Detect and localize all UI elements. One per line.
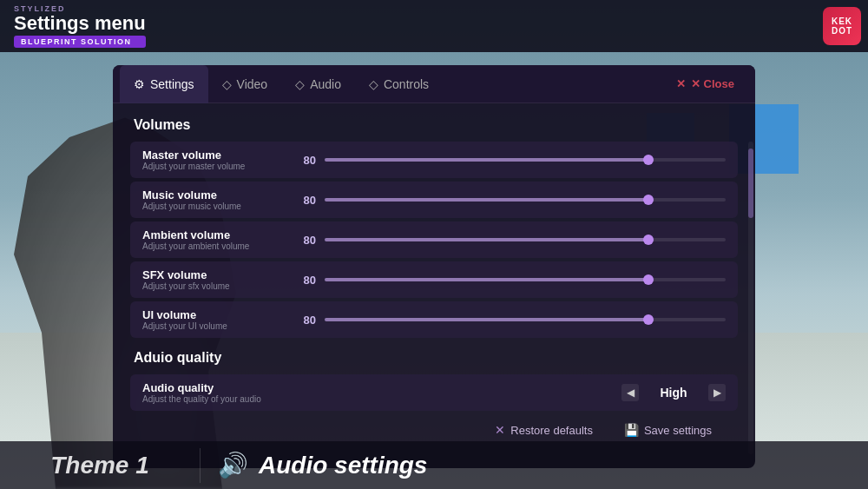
quality-next-button[interactable]: ▶	[708, 384, 726, 401]
controls-tab-label: Controls	[384, 77, 429, 91]
ambient-slider-track	[325, 238, 726, 241]
footer-theme-text: Theme 1	[50, 452, 149, 479]
audio-quality-label: Audio quality	[142, 381, 281, 394]
scroll-thumb[interactable]	[748, 149, 753, 218]
ui-volume-row: UI volume Adjust your UI volume 80	[130, 301, 738, 338]
ui-slider-thumb[interactable]	[643, 314, 654, 325]
ui-slider-track	[325, 318, 726, 321]
kekdot-line2: DOT	[832, 26, 852, 36]
volumes-section-title: Volumes	[130, 117, 738, 133]
blueprint-badge: BLUEPRINT SOLUTION	[14, 36, 146, 48]
ui-volume-slider[interactable]	[325, 318, 726, 321]
bottom-bar: ✕ Restore defaults 💾 Save settings	[130, 411, 738, 440]
music-volume-slider[interactable]	[325, 198, 726, 202]
video-tab-icon: ◇	[222, 77, 232, 91]
app-title: Settings menu	[14, 13, 146, 34]
ambient-volume-sublabel: Adjust your ambient volume	[142, 241, 281, 251]
music-volume-labels: Music volume Adjust your music volume	[142, 188, 281, 211]
ui-slider-fill	[325, 318, 646, 321]
footer-theme: Theme 1	[0, 452, 200, 479]
ambient-volume-labels: Ambient volume Adjust your ambient volum…	[142, 228, 281, 251]
quality-selector: ◀ High ▶	[621, 384, 726, 401]
panel-content: Volumes Master volume Adjust your master…	[113, 103, 755, 454]
sfx-slider-track	[325, 278, 726, 281]
tab-bar: ⚙ Settings ◇ Video ◇ Audio ◇ Controls ✕ …	[113, 65, 755, 103]
sfx-slider-thumb[interactable]	[643, 274, 654, 285]
master-slider-thumb[interactable]	[643, 155, 654, 165]
audio-quality-labels: Audio quality Adjust the quality of your…	[142, 381, 281, 404]
sfx-volume-slider[interactable]	[325, 278, 726, 281]
settings-tab-icon: ⚙	[134, 77, 145, 91]
top-bar-left: STYLIZED Settings menu BLUEPRINT SOLUTIO…	[14, 4, 146, 48]
master-volume-labels: Master volume Adjust your master volume	[142, 149, 281, 171]
kekdot-line1: KEK	[832, 17, 852, 26]
sfx-volume-label: SFX volume	[142, 268, 281, 281]
kekdot-logo: KEK DOT	[823, 7, 861, 45]
close-label: ✕ Close	[691, 77, 734, 90]
save-label: Save settings	[644, 424, 712, 437]
close-icon: ✕	[676, 77, 686, 90]
music-volume-sublabel: Adjust your music volume	[142, 202, 281, 211]
music-volume-label: Music volume	[142, 188, 281, 202]
settings-tab-label: Settings	[150, 77, 194, 91]
save-settings-button[interactable]: 💾 Save settings	[615, 420, 720, 440]
music-volume-value: 80	[290, 194, 316, 207]
ambient-volume-slider[interactable]	[325, 238, 726, 241]
sfx-volume-sublabel: Adjust your sfx volume	[142, 281, 281, 291]
music-slider-thumb[interactable]	[643, 195, 654, 205]
restore-icon: ✕	[495, 423, 505, 437]
master-volume-label: Master volume	[142, 149, 281, 162]
controls-tab-icon: ◇	[369, 77, 378, 91]
tab-video[interactable]: ◇ Video	[208, 65, 282, 103]
ambient-volume-row: Ambient volume Adjust your ambient volum…	[130, 221, 738, 258]
master-slider-track	[325, 158, 726, 162]
ambient-volume-value: 80	[290, 234, 316, 247]
ambient-volume-label: Ambient volume	[142, 228, 281, 241]
sfx-slider-fill	[325, 278, 646, 281]
music-volume-row: Music volume Adjust your music volume 80	[130, 182, 738, 218]
top-bar: STYLIZED Settings menu BLUEPRINT SOLUTIO…	[0, 0, 868, 52]
video-tab-label: Video	[237, 77, 268, 91]
audio-quality-row: Audio quality Adjust the quality of your…	[130, 374, 738, 411]
sfx-volume-labels: SFX volume Adjust your sfx volume	[142, 268, 281, 291]
master-slider-fill	[325, 158, 646, 162]
music-slider-track	[325, 198, 726, 202]
footer-audio-text: Audio settings	[259, 452, 427, 479]
music-slider-fill	[325, 198, 646, 202]
audio-tab-icon: ◇	[295, 77, 305, 91]
master-volume-value: 80	[290, 154, 316, 167]
settings-panel: ⚙ Settings ◇ Video ◇ Audio ◇ Controls ✕ …	[113, 65, 755, 468]
ui-volume-sublabel: Adjust your UI volume	[142, 321, 281, 331]
master-volume-sublabel: Adjust your master volume	[142, 162, 281, 171]
restore-defaults-button[interactable]: ✕ Restore defaults	[486, 420, 602, 440]
quality-value: High	[648, 386, 700, 400]
master-volume-row: Master volume Adjust your master volume …	[130, 142, 738, 178]
ui-volume-value: 80	[290, 314, 316, 327]
audio-quality-sublabel: Adjust the quality of your audio	[142, 394, 281, 404]
footer-title-area: 🔊 Audio settings	[201, 451, 868, 479]
sfx-volume-row: SFX volume Adjust your sfx volume 80	[130, 261, 738, 298]
tab-audio[interactable]: ◇ Audio	[281, 65, 355, 103]
footer-audio-icon: 🔊	[218, 451, 248, 479]
ambient-slider-thumb[interactable]	[643, 235, 654, 245]
audio-tab-label: Audio	[310, 77, 341, 91]
close-button[interactable]: ✕ ✕ Close	[662, 65, 748, 103]
quality-prev-button[interactable]: ◀	[621, 384, 639, 401]
ui-volume-label: UI volume	[142, 308, 281, 321]
restore-label: Restore defaults	[510, 424, 593, 437]
ambient-slider-fill	[325, 238, 646, 241]
tab-controls[interactable]: ◇ Controls	[355, 65, 443, 103]
scrollbar[interactable]	[748, 142, 753, 454]
master-volume-slider[interactable]	[325, 158, 726, 162]
footer-band: Theme 1 🔊 Audio settings	[0, 441, 868, 489]
sfx-volume-value: 80	[290, 274, 316, 287]
save-icon: 💾	[624, 423, 639, 437]
audio-quality-section-title: Aduio quality	[130, 350, 738, 366]
ui-volume-labels: UI volume Adjust your UI volume	[142, 308, 281, 331]
tab-settings[interactable]: ⚙ Settings	[120, 65, 208, 103]
